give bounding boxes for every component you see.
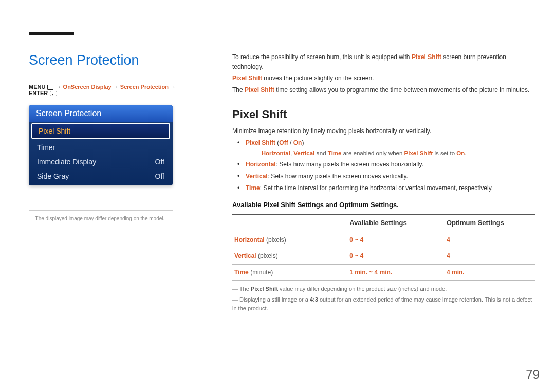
intro-line-1: To reduce the possibility of screen burn… — [232, 52, 535, 71]
osd-row-immediate-display[interactable]: Immediate Display Off — [29, 155, 173, 169]
path-screen-protection: Screen Protection — [120, 84, 169, 90]
pixel-shift-heading: Pixel Shift — [232, 106, 535, 123]
right-column: To reduce the possibility of screen burn… — [232, 52, 535, 315]
bullet-time: Time: Set the time interval for performi… — [237, 183, 535, 193]
bullet-vertical: Vertical: Sets how many pixels the scree… — [237, 172, 535, 181]
table-title: Available Pixel Shift Settings and Optim… — [232, 200, 535, 210]
enter-label: ENTER — [29, 90, 48, 96]
menu-label: MENU — [29, 84, 45, 90]
th-optimum: Optimum Settings — [445, 215, 535, 232]
path-onscreen-display: OnScreen Display — [63, 84, 112, 90]
table-row-vertical: Vertical (pixels) 0 ~ 4 4 — [232, 248, 535, 265]
enter-icon — [50, 91, 57, 96]
bullet-subnote: Horizontal, Vertical and Time are enable… — [246, 149, 535, 158]
bullet-pixel-shift: Pixel Shift (Off / On) Horizontal, Verti… — [237, 138, 535, 158]
osd-row-side-gray[interactable]: Side Gray Off — [29, 169, 173, 185]
left-divider — [29, 210, 173, 211]
intro-line-3: The Pixel Shift time setting allows you … — [232, 85, 535, 95]
menu-path: MENU → OnScreen Display → Screen Protect… — [29, 84, 178, 96]
th-available: Available Settings — [347, 215, 445, 232]
settings-table: Available Settings Optimum Settings Hori… — [232, 214, 535, 281]
osd-panel-header: Screen Protection — [29, 105, 173, 122]
header-thick-rule — [29, 32, 74, 35]
section-title: Screen Protection — [29, 52, 178, 68]
page-number: 79 — [526, 367, 540, 382]
table-row-time: Time (minute) 1 min. ~ 4 min. 4 min. — [232, 264, 535, 281]
left-footnote: The displayed image may differ depending… — [29, 216, 178, 221]
menu-icon — [47, 85, 53, 90]
osd-row-timer[interactable]: Timer — [29, 140, 173, 155]
osd-panel: Screen Protection Pixel Shift Timer Imme… — [29, 105, 173, 185]
left-column: Screen Protection MENU → OnScreen Displa… — [29, 52, 178, 221]
th-empty — [232, 215, 347, 232]
pixel-shift-subtext: Minimize image retention by finely movin… — [232, 126, 535, 136]
table-notes: The Pixel Shift value may differ dependi… — [232, 285, 535, 313]
note-1: The Pixel Shift value may differ dependi… — [232, 285, 535, 293]
bullet-horizontal: Horizontal: Sets how many pixels the scr… — [237, 160, 535, 170]
table-row-horizontal: Horizontal (pixels) 0 ~ 4 4 — [232, 232, 535, 248]
header-rule — [29, 34, 555, 34]
osd-row-pixel-shift[interactable]: Pixel Shift — [31, 123, 170, 139]
intro-line-2: Pixel Shift moves the picture slightly o… — [232, 73, 535, 83]
bullet-list: Pixel Shift (Off / On) Horizontal, Verti… — [237, 138, 535, 193]
note-2: Displaying a still image or a 4:3 output… — [232, 295, 535, 313]
